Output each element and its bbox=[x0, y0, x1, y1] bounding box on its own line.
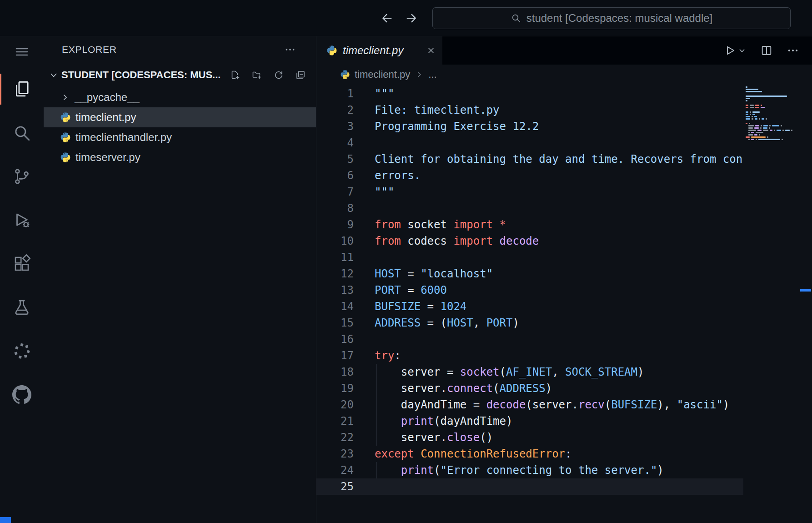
activity-bar-item-search[interactable] bbox=[0, 111, 44, 155]
code-line-7[interactable]: 7""" bbox=[316, 184, 743, 200]
remote-indicator-sliver[interactable] bbox=[0, 517, 11, 523]
code-line-1[interactable]: 1""" bbox=[316, 85, 743, 102]
activity-bar-item-testing[interactable] bbox=[0, 286, 44, 329]
code-line-18[interactable]: 18 server = socket(AF_INET, SOCK_STREAM) bbox=[316, 364, 743, 380]
line-number[interactable]: 22 bbox=[316, 429, 354, 446]
line-number[interactable]: 23 bbox=[316, 446, 354, 462]
breadcrumb-file[interactable]: timeclient.py bbox=[355, 69, 410, 80]
refresh-explorer-button[interactable] bbox=[273, 70, 284, 80]
line-number[interactable]: 6 bbox=[316, 167, 354, 184]
extensions-icon bbox=[12, 254, 31, 273]
line-number[interactable]: 13 bbox=[316, 282, 354, 298]
line-number[interactable]: 16 bbox=[316, 331, 354, 347]
tab-bar: timeclient.py bbox=[316, 36, 812, 65]
chevron-down-icon bbox=[48, 70, 59, 80]
code-line-12[interactable]: 12HOST = "localhost" bbox=[316, 266, 743, 282]
new-file-button[interactable] bbox=[230, 70, 241, 80]
sidebar-header: EXPLORER bbox=[44, 36, 316, 63]
python-file-icon bbox=[60, 112, 71, 123]
overview-ruler[interactable] bbox=[799, 85, 812, 523]
code-line-21[interactable]: 21 print(dayAndTime) bbox=[316, 413, 743, 429]
code-line-22[interactable]: 22 server.close() bbox=[316, 429, 743, 446]
activity-bar-item-extensions[interactable] bbox=[0, 242, 44, 286]
code-line-14[interactable]: 14BUFSIZE = 1024 bbox=[316, 298, 743, 315]
explorer-section-header[interactable]: STUDENT [CODESPACES: MUS... bbox=[44, 63, 316, 87]
code-line-20[interactable]: 20 dayAndTime = decode(server.recv(BUFSI… bbox=[316, 397, 743, 413]
breadcrumb-symbol-ellipsis[interactable]: ... bbox=[428, 69, 436, 80]
activity-bar-item-source-control[interactable] bbox=[0, 155, 44, 198]
line-number[interactable]: 8 bbox=[316, 200, 354, 216]
line-number[interactable]: 11 bbox=[316, 249, 354, 266]
minimap[interactable] bbox=[743, 86, 799, 143]
collapse-folders-button[interactable] bbox=[295, 70, 306, 80]
activity-bar-item-dots-cluster[interactable] bbox=[0, 329, 44, 373]
line-number[interactable]: 19 bbox=[316, 380, 354, 397]
code-line-24[interactable]: 24 print("Error connecting to the server… bbox=[316, 462, 743, 478]
code-line-4[interactable]: 4 bbox=[316, 135, 743, 151]
code-line-23[interactable]: 23except ConnectionRefusedError: bbox=[316, 446, 743, 462]
explorer-more-actions-button[interactable] bbox=[284, 44, 296, 55]
code-line-25[interactable]: 25 bbox=[316, 478, 743, 495]
line-number[interactable]: 7 bbox=[316, 184, 354, 200]
line-number[interactable]: 10 bbox=[316, 233, 354, 249]
line-number[interactable]: 25 bbox=[316, 478, 354, 495]
forward-button[interactable] bbox=[405, 11, 418, 25]
line-number[interactable]: 17 bbox=[316, 347, 354, 364]
line-number[interactable]: 20 bbox=[316, 397, 354, 413]
code-line-17[interactable]: 17try: bbox=[316, 347, 743, 364]
minimap-line bbox=[743, 141, 799, 143]
editor-more-actions-button[interactable] bbox=[787, 44, 799, 57]
back-button[interactable] bbox=[380, 11, 394, 25]
code-viewport: 1"""2File: timeclient.py3Programming Exe… bbox=[316, 85, 743, 523]
indent-guide bbox=[376, 462, 377, 478]
run-python-file-button[interactable] bbox=[724, 44, 747, 57]
tree-item-pycache[interactable]: __pycache__ bbox=[44, 87, 316, 107]
line-number[interactable]: 21 bbox=[316, 413, 354, 429]
workbench: EXPLORER STUDENT [CODESPACES: MUS... bbox=[0, 36, 812, 523]
code-line-5[interactable]: 5Client for obtaining the day and time. … bbox=[316, 151, 743, 167]
code-line-6[interactable]: 6errors. bbox=[316, 167, 743, 184]
line-number[interactable]: 3 bbox=[316, 118, 354, 135]
line-number[interactable]: 9 bbox=[316, 216, 354, 233]
tree-item-timeclienthandler-py[interactable]: timeclienthandler.py bbox=[44, 127, 316, 147]
code-line-16[interactable]: 16 bbox=[316, 331, 743, 347]
code-line-19[interactable]: 19 server.connect(ADDRESS) bbox=[316, 380, 743, 397]
tree-item-timeclient-py[interactable]: timeclient.py bbox=[44, 107, 316, 127]
code-editor[interactable]: 1"""2File: timeclient.py3Programming Exe… bbox=[316, 85, 743, 495]
line-number[interactable]: 18 bbox=[316, 364, 354, 380]
line-content: File: timeclient.py bbox=[354, 102, 743, 118]
close-tab-button[interactable] bbox=[426, 45, 436, 55]
code-line-11[interactable]: 11 bbox=[316, 249, 743, 266]
indent-guide bbox=[376, 397, 377, 413]
code-line-9[interactable]: 9from socket import * bbox=[316, 216, 743, 233]
line-number[interactable]: 15 bbox=[316, 315, 354, 331]
line-content: errors. bbox=[354, 167, 743, 184]
editor-group: timeclient.py bbox=[316, 36, 812, 523]
split-editor-button[interactable] bbox=[760, 44, 773, 57]
python-file-icon bbox=[326, 45, 337, 56]
code-line-13[interactable]: 13PORT = 6000 bbox=[316, 282, 743, 298]
line-number[interactable]: 4 bbox=[316, 135, 354, 151]
code-line-2[interactable]: 2File: timeclient.py bbox=[316, 102, 743, 118]
new-folder-button[interactable] bbox=[251, 70, 262, 80]
line-number[interactable]: 1 bbox=[316, 85, 354, 102]
line-content bbox=[354, 135, 743, 151]
line-number[interactable]: 24 bbox=[316, 462, 354, 478]
tab-timeclient-py[interactable]: timeclient.py bbox=[316, 36, 443, 65]
menu-button[interactable] bbox=[0, 36, 44, 67]
code-line-8[interactable]: 8 bbox=[316, 200, 743, 216]
activity-bar-item-explorer[interactable] bbox=[0, 67, 44, 111]
code-line-3[interactable]: 3Programming Exercise 12.2 bbox=[316, 118, 743, 135]
code-line-10[interactable]: 10from codecs import decode bbox=[316, 233, 743, 249]
line-number[interactable]: 2 bbox=[316, 102, 354, 118]
line-number[interactable]: 5 bbox=[316, 151, 354, 167]
activity-bar-item-github[interactable] bbox=[0, 373, 44, 417]
line-number[interactable]: 14 bbox=[316, 298, 354, 315]
line-content: print("Error connecting to the server.") bbox=[354, 462, 743, 478]
tree-item-timeserver-py[interactable]: timeserver.py bbox=[44, 147, 316, 167]
line-number[interactable]: 12 bbox=[316, 266, 354, 282]
code-line-15[interactable]: 15ADDRESS = (HOST, PORT) bbox=[316, 315, 743, 331]
activity-bar-item-run-debug[interactable] bbox=[0, 198, 44, 242]
command-center-search[interactable]: student [Codespaces: musical waddle] bbox=[432, 7, 791, 29]
line-content: BUFSIZE = 1024 bbox=[354, 298, 743, 315]
